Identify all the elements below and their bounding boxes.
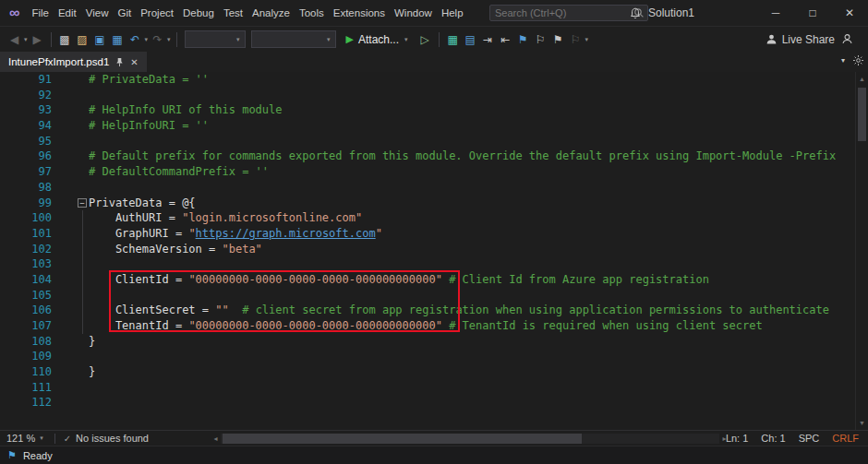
- platform-dropdown[interactable]: ▾: [251, 30, 336, 48]
- line-number: 95: [0, 134, 52, 149]
- navigate-forward-icon[interactable]: ▶: [29, 27, 46, 53]
- code-line-94[interactable]: 94# HelpInfoURI = '': [0, 118, 855, 134]
- menu-debug[interactable]: Debug: [178, 0, 219, 26]
- solution-explorer-icon[interactable]: ▦: [444, 27, 462, 53]
- save-icon[interactable]: ▣: [91, 27, 109, 53]
- maximize-button[interactable]: □: [794, 0, 831, 26]
- open-file-icon[interactable]: ▨: [74, 27, 91, 53]
- vertical-scrollbar-thumb[interactable]: [858, 88, 866, 141]
- code-line-101[interactable]: 101 GraphURI = "https://graph.microsoft.…: [0, 226, 855, 242]
- start-without-debugging-icon[interactable]: ▷: [416, 27, 434, 53]
- minimize-button[interactable]: ─: [757, 0, 794, 26]
- menu-file[interactable]: File: [27, 0, 54, 26]
- scroll-up-icon[interactable]: ▲: [856, 73, 868, 85]
- horizontal-scrollbar[interactable]: ◂ ▸: [211, 433, 729, 444]
- code-line-91[interactable]: 91# PrivateData = '': [0, 72, 855, 88]
- previous-bookmark-icon[interactable]: ⚐: [532, 27, 549, 53]
- code-line-96[interactable]: 96# Default prefix for commands exported…: [0, 149, 855, 164]
- toolbar-overflow-icon[interactable]: ▾: [585, 36, 589, 43]
- attach-button[interactable]: ▶ Attach... ▾: [346, 33, 409, 46]
- menu-edit[interactable]: Edit: [54, 0, 81, 26]
- code-line-99[interactable]: 99−PrivateData = @{: [0, 196, 855, 211]
- horizontal-scrollbar-thumb[interactable]: [223, 434, 582, 444]
- new-project-icon[interactable]: ▩: [56, 27, 74, 53]
- properties-window-icon[interactable]: ▤: [462, 27, 479, 53]
- fold-margin: [52, 349, 89, 364]
- toolbar-separator: [51, 32, 52, 47]
- scroll-right-icon[interactable]: ▸: [719, 434, 729, 443]
- menu-help[interactable]: Help: [437, 0, 468, 26]
- line-number: 104: [0, 272, 52, 288]
- code-line-100[interactable]: 100 AuthURI = "login.microsoftonline.com…: [0, 210, 855, 226]
- tab-close-icon[interactable]: ✕: [130, 57, 138, 67]
- clear-bookmarks-icon[interactable]: ⚐: [567, 27, 585, 53]
- menu-extensions[interactable]: Extensions: [329, 0, 390, 26]
- code-text: GraphURI = "https://graph.microsoft.com": [89, 226, 855, 242]
- redo-caret-icon[interactable]: ▾: [167, 36, 171, 43]
- navigate-back-icon[interactable]: ◀: [6, 27, 23, 53]
- code-line-112[interactable]: 112: [0, 395, 855, 410]
- code-line-105[interactable]: 105: [0, 288, 855, 303]
- fold-margin: [52, 288, 89, 303]
- code-line-106[interactable]: 106 ClientSecret = "" # client secret fr…: [0, 303, 855, 318]
- configuration-dropdown[interactable]: ▾: [185, 30, 246, 48]
- feedback-icon[interactable]: [841, 33, 853, 45]
- editor-options-gear-icon[interactable]: [853, 55, 863, 65]
- pin-icon[interactable]: [115, 57, 124, 67]
- code-text: # DefaultCommandPrefix = '': [89, 164, 855, 180]
- outdent-icon[interactable]: ⇤: [497, 27, 514, 53]
- menu-view[interactable]: View: [81, 0, 114, 26]
- live-share-button[interactable]: Live Share: [766, 33, 835, 46]
- scroll-down-icon[interactable]: ▼: [856, 417, 868, 429]
- navigate-back-caret-icon[interactable]: ▾: [24, 36, 28, 43]
- tab-intunepfximport[interactable]: IntunePfxImport.psd1 ✕: [0, 52, 147, 72]
- close-button[interactable]: ✕: [831, 0, 868, 26]
- code-line-93[interactable]: 93# HelpInfo URI of this module: [0, 102, 855, 118]
- redo-icon[interactable]: ↷: [149, 27, 166, 53]
- search-input[interactable]: [490, 7, 631, 18]
- column-indicator[interactable]: Ch: 1: [761, 433, 785, 444]
- undo-caret-icon[interactable]: ▾: [145, 36, 149, 43]
- code-line-97[interactable]: 97# DefaultCommandPrefix = '': [0, 164, 855, 180]
- menu-analyze[interactable]: Analyze: [247, 0, 295, 26]
- search-box[interactable]: [489, 5, 648, 21]
- code-line-102[interactable]: 102 SchemaVersion = "beta": [0, 242, 855, 257]
- menu-tools[interactable]: Tools: [295, 0, 329, 26]
- code-line-92[interactable]: 92: [0, 88, 855, 103]
- line-number: 103: [0, 256, 52, 272]
- code-line-109[interactable]: 109: [0, 349, 855, 364]
- indent-icon[interactable]: ⇥: [479, 27, 497, 53]
- run-icon: ▶: [346, 33, 354, 45]
- code-line-95[interactable]: 95: [0, 134, 855, 149]
- menu-window[interactable]: Window: [390, 0, 437, 26]
- code-line-110[interactable]: 110}: [0, 364, 855, 380]
- spaces-indicator[interactable]: SPC: [799, 433, 820, 444]
- fold-toggle-icon[interactable]: −: [52, 196, 89, 211]
- title-bar: ∞ FileEditViewGitProjectDebugTestAnalyze…: [0, 0, 868, 26]
- code-line-103[interactable]: 103: [0, 256, 855, 272]
- horizontal-scrollbar-track[interactable]: [221, 434, 719, 444]
- line-ending-indicator[interactable]: CRLF: [832, 433, 859, 444]
- code-line-108[interactable]: 108}: [0, 334, 855, 350]
- toggle-bookmark-icon[interactable]: ⚑: [514, 27, 532, 53]
- fold-margin: [52, 118, 89, 134]
- vertical-scrollbar[interactable]: ▲ ▼: [855, 72, 868, 430]
- undo-icon[interactable]: ↶: [127, 27, 144, 53]
- notifications-icon[interactable]: [626, 7, 645, 19]
- code-line-107[interactable]: 107 TenantId = "00000000-0000-0000-0000-…: [0, 318, 855, 334]
- code-line-104[interactable]: 104 ClientId = "00000000-0000-0000-0000-…: [0, 272, 855, 288]
- menu-test[interactable]: Test: [219, 0, 247, 26]
- code-line-98[interactable]: 98: [0, 180, 855, 196]
- code-text: }: [89, 364, 855, 380]
- code-area[interactable]: 91# PrivateData = ''9293# HelpInfo URI o…: [0, 72, 855, 430]
- zoom-control[interactable]: 121 % ▾: [0, 433, 51, 444]
- code-text: [89, 288, 855, 303]
- document-health-indicator[interactable]: ✓ No issues found: [59, 433, 153, 444]
- scroll-left-icon[interactable]: ◂: [211, 434, 221, 443]
- next-bookmark-icon[interactable]: ⚑: [549, 27, 567, 53]
- code-line-111[interactable]: 111: [0, 380, 855, 396]
- save-all-icon[interactable]: ▦: [109, 27, 127, 53]
- document-list-chevron-icon[interactable]: ▾: [841, 56, 845, 65]
- menu-project[interactable]: Project: [136, 0, 178, 26]
- menu-git[interactable]: Git: [113, 0, 136, 26]
